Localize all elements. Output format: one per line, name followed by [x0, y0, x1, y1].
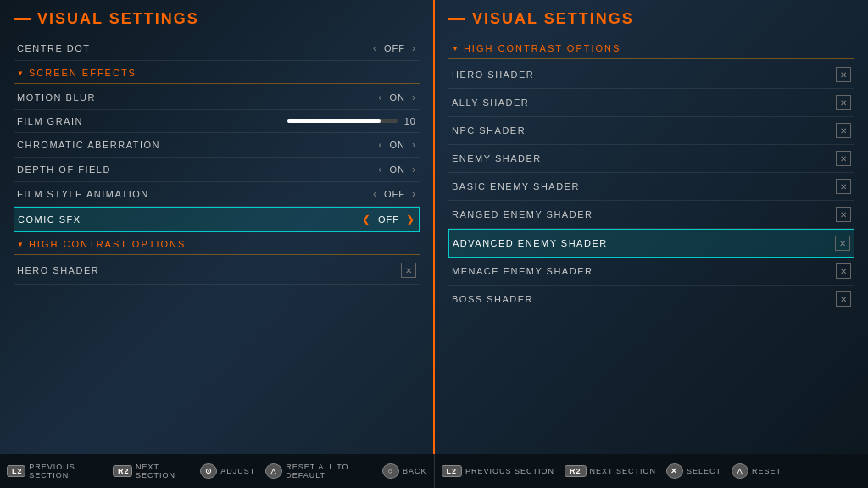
bottom-bar-left: L2 PREVIOUS SECTION R2 NEXT SECTION ⊙ AD… [0, 454, 435, 488]
hero-shader-label-right: HERO SHADER [452, 69, 836, 80]
menace-enemy-shader-checkbox[interactable]: ✕ [836, 263, 851, 279]
l2-badge-right[interactable]: L2 [442, 465, 463, 477]
film-style-value[interactable]: ‹ OFF › [373, 188, 416, 200]
boss-shader-label: BOSS SHADER [452, 294, 836, 304]
motion-blur-label: MOTION BLUR [17, 92, 379, 103]
adjust-badge-left[interactable]: ⊙ [200, 463, 217, 479]
dof-arrow-left[interactable]: ‹ [379, 164, 383, 175]
hint-prev-section-right: L2 PREVIOUS SECTION [442, 465, 555, 477]
next-section-label-right: NEXT SECTION [590, 467, 656, 475]
setting-hero-shader-right: HERO SHADER ✕ [448, 61, 854, 89]
menace-enemy-shader-label: MENACE ENEMY SHADER [452, 266, 836, 276]
hint-reset-left: △ RESET ALL TO DEFAULT [265, 463, 372, 480]
film-style-arrow-right[interactable]: › [412, 188, 416, 200]
screen-effects-label: SCREEN EFFECTS [29, 68, 136, 78]
back-badge-left[interactable]: ○ [382, 463, 399, 479]
hint-next-section-right: R2 NEXT SECTION [565, 465, 656, 477]
basic-enemy-shader-checkbox[interactable]: ✕ [836, 179, 851, 194]
right-panel-title: VISUAL SETTINGS [448, 10, 854, 28]
setting-hero-shader-left: HERO SHADER ✕ [14, 257, 420, 285]
hint-back-left: ○ BACK [382, 463, 427, 479]
centre-dot-arrow-left[interactable]: ‹ [373, 42, 377, 54]
comic-sfx-value[interactable]: ❮ OFF ❯ [362, 214, 415, 225]
chromatic-label: CHROMATIC ABERRATION [17, 140, 379, 150]
bottom-bar: L2 PREVIOUS SECTION R2 NEXT SECTION ⊙ AD… [0, 454, 868, 488]
film-style-label: FILM STYLE ANIMATION [17, 189, 373, 199]
enemy-shader-label: ENEMY SHADER [452, 153, 836, 164]
motion-blur-val-text: ON [390, 92, 406, 103]
select-label-right: SELECT [687, 467, 721, 475]
screen-effects-header: SCREEN EFFECTS [14, 61, 420, 81]
setting-boss-shader: BOSS SHADER ✕ [448, 286, 854, 313]
dof-value[interactable]: ‹ ON › [379, 164, 417, 175]
centre-dot-label: CENTRE DOT [17, 43, 373, 53]
high-contrast-header-left: HIGH CONTRAST OPTIONS [14, 232, 420, 252]
film-style-val-text: OFF [384, 189, 405, 199]
hero-shader-checkbox-right[interactable]: ✕ [836, 67, 851, 82]
setting-chromatic: CHROMATIC ABERRATION ‹ ON › [14, 133, 420, 158]
next-section-label-left: NEXT SECTION [136, 463, 190, 480]
hint-next-section-left: R2 NEXT SECTION [113, 463, 190, 480]
setting-comic-sfx[interactable]: COMIC SFX ❮ OFF ❯ [14, 207, 420, 232]
ally-shader-checkbox[interactable]: ✕ [836, 95, 851, 110]
setting-motion-blur: MOTION BLUR ‹ ON › [14, 86, 420, 110]
left-title-text: VISUAL SETTINGS [37, 10, 199, 28]
advanced-enemy-shader-checkbox[interactable]: ✕ [835, 236, 850, 251]
ranged-enemy-shader-checkbox[interactable]: ✕ [836, 207, 851, 222]
npc-shader-checkbox[interactable]: ✕ [836, 123, 851, 138]
chromatic-arrow-left[interactable]: ‹ [379, 139, 383, 151]
select-badge-right[interactable]: ✕ [666, 463, 683, 479]
comic-sfx-label: COMIC SFX [18, 214, 362, 225]
setting-advanced-enemy-shader[interactable]: ADVANCED ENEMY SHADER ✕ [448, 229, 854, 258]
setting-enemy-shader: ENEMY SHADER ✕ [448, 145, 854, 173]
right-panel: VISUAL SETTINGS HIGH CONTRAST OPTIONS HE… [435, 0, 868, 454]
right-title-text: VISUAL SETTINGS [472, 10, 634, 28]
left-panel: VISUAL SETTINGS CENTRE DOT ‹ OFF › SCREE… [0, 0, 435, 454]
setting-dof: DEPTH OF FIELD ‹ ON › [14, 158, 420, 182]
film-grain-slider[interactable]: 10 [287, 116, 416, 126]
centre-dot-arrow-right[interactable]: › [412, 42, 416, 54]
dof-val-text: ON [390, 164, 406, 175]
motion-blur-value[interactable]: ‹ ON › [379, 92, 417, 103]
dof-arrow-right[interactable]: › [412, 164, 416, 175]
hero-shader-label-left: HERO SHADER [17, 265, 401, 275]
basic-enemy-shader-label: BASIC ENEMY SHADER [452, 181, 836, 191]
film-grain-label: FILM GRAIN [17, 116, 287, 126]
setting-ranged-enemy-shader: RANGED ENEMY SHADER ✕ [448, 201, 854, 229]
centre-dot-val-text: OFF [384, 43, 405, 53]
divider-right [448, 58, 854, 59]
prev-section-label-left: PREVIOUS SECTION [29, 463, 103, 480]
centre-dot-value[interactable]: ‹ OFF › [373, 42, 416, 54]
setting-centre-dot: CENTRE DOT ‹ OFF › [14, 36, 420, 61]
reset-label-left: RESET ALL TO DEFAULT [286, 463, 372, 480]
npc-shader-label: NPC SHADER [452, 125, 836, 136]
r2-badge-left[interactable]: R2 [113, 465, 132, 477]
reset-badge-left[interactable]: △ [265, 463, 282, 479]
ranged-enemy-shader-label: RANGED ENEMY SHADER [452, 209, 836, 219]
divider-screen-effects [14, 83, 420, 84]
motion-blur-arrow-right[interactable]: › [412, 92, 416, 103]
advanced-enemy-shader-label: ADVANCED ENEMY SHADER [453, 238, 835, 248]
l2-badge-left[interactable]: L2 [7, 465, 25, 477]
motion-blur-arrow-left[interactable]: ‹ [379, 92, 383, 103]
comic-sfx-arrow-right[interactable]: ❯ [406, 214, 415, 225]
enemy-shader-checkbox[interactable]: ✕ [836, 151, 851, 166]
prev-section-label-right: PREVIOUS SECTION [465, 467, 554, 475]
hint-prev-section-left: L2 PREVIOUS SECTION [7, 463, 103, 480]
r2-badge-right[interactable]: R2 [565, 465, 587, 477]
dof-label: DEPTH OF FIELD [17, 164, 379, 175]
setting-basic-enemy-shader: BASIC ENEMY SHADER ✕ [448, 173, 854, 201]
panels-container: VISUAL SETTINGS CENTRE DOT ‹ OFF › SCREE… [0, 0, 868, 454]
chromatic-arrow-right[interactable]: › [412, 139, 416, 151]
film-grain-value[interactable]: 10 [287, 116, 416, 126]
film-style-arrow-left[interactable]: ‹ [373, 188, 377, 200]
setting-film-grain: FILM GRAIN 10 [14, 110, 420, 133]
chromatic-value[interactable]: ‹ ON › [379, 139, 417, 151]
hero-shader-checkbox-left[interactable]: ✕ [401, 263, 416, 278]
boss-shader-checkbox[interactable]: ✕ [836, 291, 851, 307]
comic-sfx-arrow-left[interactable]: ❮ [362, 214, 371, 225]
reset-badge-right[interactable]: △ [732, 463, 748, 479]
slider-track [287, 119, 398, 123]
hint-reset-right: △ RESET [732, 463, 782, 479]
high-contrast-header-right: HIGH CONTRAST OPTIONS [448, 36, 854, 57]
